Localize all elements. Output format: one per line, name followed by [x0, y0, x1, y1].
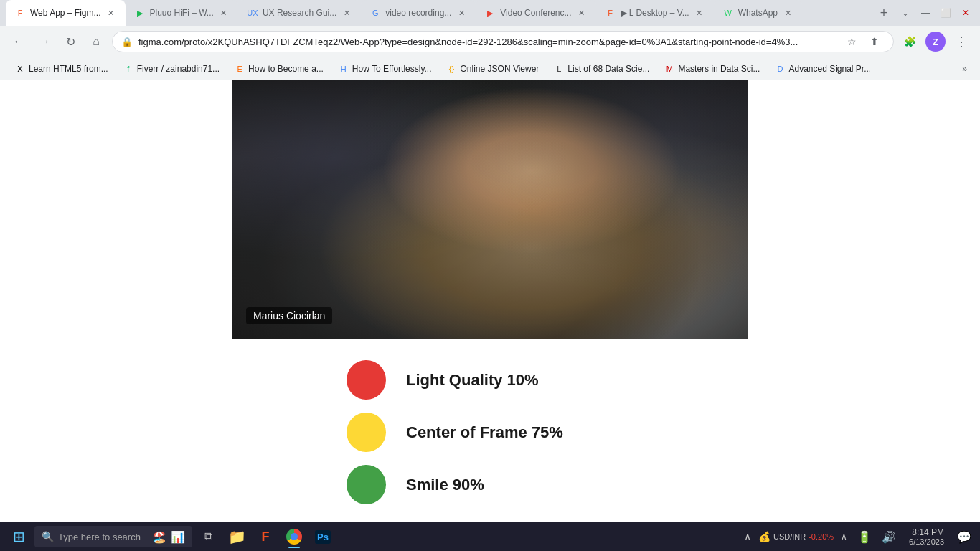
chevron-up-button[interactable]: ∧	[741, 529, 754, 544]
share-button[interactable]: ⬆	[864, 32, 885, 52]
bookmark-favicon-2: E	[234, 63, 245, 75]
bookmarks-more-button[interactable]: »	[958, 61, 971, 77]
file-explorer-icon: 📁	[228, 528, 246, 545]
browser-tab-tab5[interactable]: ▶ Video Conferenc... ✕	[476, 0, 595, 26]
minimize-button[interactable]: —	[917, 4, 934, 22]
bookmark-title-2: How to Become a...	[248, 64, 324, 74]
tab-close-tab6[interactable]: ✕	[694, 7, 705, 19]
bookmark-item-4[interactable]: {} Online JSON Viewer	[440, 60, 545, 77]
bookmark-favicon-5: L	[553, 63, 565, 75]
lock-icon: 🔒	[121, 37, 133, 47]
tab-bar: F Web App – Figm... ✕ ▶ Pluuo HiFi – W..…	[0, 0, 980, 26]
address-input-wrap[interactable]: 🔒 figma.com/proto/x2KQUhASHQ7TDFZCMTeqz2…	[112, 31, 894, 52]
tab-favicon-tab3: UX	[247, 7, 258, 19]
file-explorer-app[interactable]: 📁	[224, 524, 250, 550]
metric-label-2: Smile 90%	[406, 476, 484, 494]
browser-tab-tab1[interactable]: F Web App – Figm... ✕	[6, 0, 126, 26]
metric-dot-2	[347, 465, 386, 504]
start-button[interactable]: ⊞	[6, 524, 32, 550]
clock-date: 6/13/2023	[909, 537, 944, 546]
tab-favicon-tab5: ▶	[484, 7, 496, 19]
systray-area: ∧ 💰 USD/INR -0.20% ∧ 🔋 🔊	[741, 529, 899, 545]
address-bar: ← → ↻ ⌂ 🔒 figma.com/proto/x2KQUhASHQ7TDF…	[0, 26, 980, 57]
metric-row-1: Center of Frame 75%	[347, 413, 633, 452]
browser-tab-tab4[interactable]: G video recording... ✕	[361, 0, 476, 26]
taskbar-search-box[interactable]: 🔍 Type here to search 🏖️ 📊	[34, 526, 192, 547]
page-content: Marius Ciocirlan Light Quality 10% Cente…	[0, 80, 980, 522]
bookmark-item-7[interactable]: D Advanced Signal Pr...	[768, 60, 877, 77]
chrome-app[interactable]	[281, 524, 307, 550]
tab-title-tab2: Pluuo HiFi – W...	[150, 8, 214, 18]
browser-tab-tab7[interactable]: W WhatsApp ✕	[714, 0, 802, 26]
bookmark-item-5[interactable]: L List of 68 Data Scie...	[547, 60, 655, 77]
video-name-tag: Marius Ciocirlan	[246, 307, 332, 324]
close-button[interactable]: ✕	[957, 4, 974, 22]
browser-menu-button[interactable]: ⋮	[951, 32, 971, 52]
bookmark-title-0: Learn HTML5 from...	[29, 64, 108, 74]
stock-icon: 💰	[758, 531, 771, 542]
task-view-button[interactable]: ⧉	[195, 524, 221, 550]
extensions-button[interactable]: 🧩	[900, 32, 920, 52]
notification-button[interactable]: 💬	[954, 527, 974, 547]
tab-close-tab2[interactable]: ✕	[218, 7, 230, 19]
profile-button[interactable]: Z	[925, 32, 946, 52]
bookmark-title-4: Online JSON Viewer	[461, 64, 540, 74]
tab-close-tab5[interactable]: ✕	[576, 7, 588, 19]
home-button[interactable]: ⌂	[86, 32, 106, 52]
bookmark-star-button[interactable]: ☆	[842, 32, 862, 52]
bookmark-item-1[interactable]: f Fiverr / zainabdin71...	[117, 60, 225, 77]
taskbar-right: ∧ 💰 USD/INR -0.20% ∧ 🔋 🔊 8:14 PM 6/13/20…	[741, 526, 974, 547]
maximize-button[interactable]: ⬜	[937, 4, 954, 22]
bookmark-favicon-6: M	[664, 63, 675, 75]
bookmark-favicon-4: {}	[446, 63, 458, 75]
taskbar-search-icon: 🔍	[42, 531, 54, 542]
bookmark-item-3[interactable]: H How To Effortlessly...	[332, 60, 438, 77]
tab-title-tab6: ▶ L Desktop – V...	[621, 8, 689, 18]
new-tab-button[interactable]: +	[874, 3, 894, 23]
bookmark-title-5: List of 68 Data Scie...	[567, 64, 649, 74]
tab-search-button[interactable]: ⌄	[897, 4, 914, 22]
browser-tab-tab3[interactable]: UX UX Research Gui... ✕	[238, 0, 361, 26]
forward-button[interactable]: →	[34, 32, 55, 52]
tab-title-tab5: Video Conferenc...	[500, 8, 571, 18]
tab-favicon-tab1: F	[14, 7, 26, 19]
video-container: Marius Ciocirlan	[232, 80, 748, 339]
tab-title-tab4: video recording...	[385, 8, 451, 18]
tab-favicon-tab7: W	[722, 7, 734, 19]
bookmark-item-2[interactable]: E How to Become a...	[228, 60, 329, 77]
bookmark-title-1: Fiverr / zainabdin71...	[137, 64, 220, 74]
metric-row-0: Light Quality 10%	[347, 360, 633, 400]
metric-row-2: Smile 90%	[347, 465, 633, 504]
volume-icon[interactable]: 🔊	[879, 529, 899, 545]
figma-app[interactable]: F	[253, 524, 278, 550]
bookmarks-bar: X Learn HTML5 from... f Fiverr / zainabd…	[0, 57, 980, 80]
photoshop-app[interactable]: Ps	[310, 524, 336, 550]
task-view-icon: ⧉	[204, 530, 212, 543]
back-button[interactable]: ←	[9, 32, 29, 52]
tab-favicon-tab2: ▶	[134, 7, 146, 19]
figma-icon: F	[262, 529, 270, 545]
stock-label: USD/INR	[773, 532, 806, 541]
metric-label-0: Light Quality 10%	[406, 371, 539, 390]
browser-tab-tab6[interactable]: F ▶ L Desktop – V... ✕	[596, 0, 714, 26]
tab-favicon-tab4: G	[369, 7, 381, 19]
battery-icon[interactable]: 🔋	[854, 529, 875, 545]
stock-change: -0.20%	[809, 532, 834, 541]
tab-close-tab3[interactable]: ✕	[341, 7, 352, 19]
browser-chrome: F Web App – Figm... ✕ ▶ Pluuo HiFi – W..…	[0, 0, 980, 80]
system-clock[interactable]: 8:14 PM 6/13/2023	[905, 526, 948, 547]
reload-button[interactable]: ↻	[60, 32, 80, 52]
bookmark-item-0[interactable]: X Learn HTML5 from...	[9, 60, 114, 77]
metric-label-1: Center of Frame 75%	[406, 423, 563, 442]
network-icon[interactable]: ∧	[838, 530, 850, 543]
tab-favicon-tab6: F	[605, 7, 616, 19]
bookmark-item-6[interactable]: M Masters in Data Sci...	[658, 60, 765, 77]
tab-close-tab4[interactable]: ✕	[456, 7, 467, 19]
address-text: figma.com/proto/x2KQUhASHQ7TDFZCMTeqz2/W…	[138, 37, 836, 47]
tab-close-tab1[interactable]: ✕	[105, 7, 117, 19]
bookmark-title-6: Masters in Data Sci...	[678, 64, 760, 74]
bookmark-favicon-7: D	[774, 63, 786, 75]
browser-tab-tab2[interactable]: ▶ Pluuo HiFi – W... ✕	[126, 0, 238, 26]
tab-close-tab7[interactable]: ✕	[782, 7, 793, 19]
clock-time: 8:14 PM	[909, 527, 944, 537]
